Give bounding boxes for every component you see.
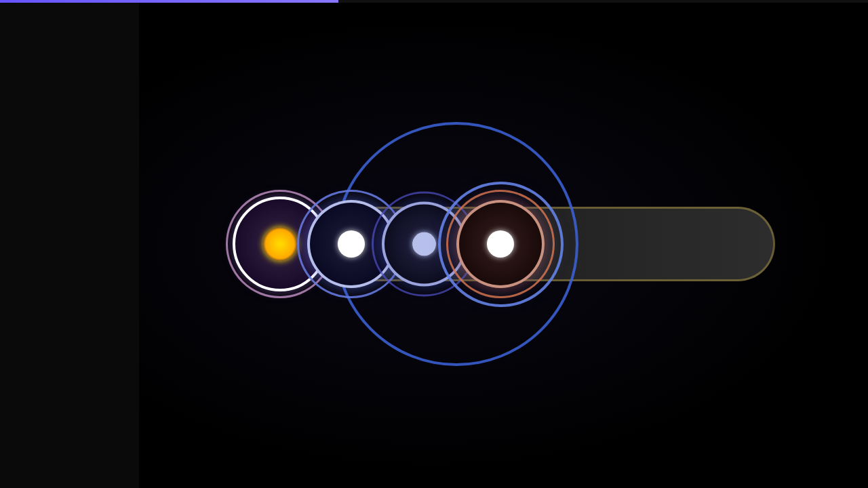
hit-circle-1-dot bbox=[263, 227, 297, 261]
left-panel bbox=[0, 0, 139, 488]
hit-objects bbox=[233, 176, 775, 312]
hit-circle-4-container bbox=[456, 200, 545, 288]
approach-ring-4-orange bbox=[446, 190, 555, 298]
progress-bar-container bbox=[0, 0, 868, 3]
game-area bbox=[139, 0, 868, 488]
progress-bar-fill bbox=[0, 0, 338, 3]
